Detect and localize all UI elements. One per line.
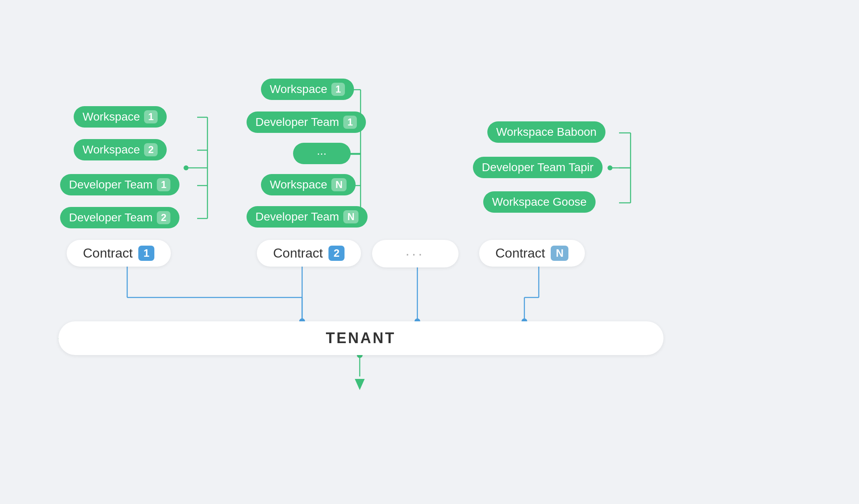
svg-point-20 (608, 165, 612, 170)
tenant-pill: TENANT (58, 321, 663, 355)
c2-ellipsis: ··· (293, 143, 351, 164)
c2-devteam-n: Developer Team N (247, 206, 368, 228)
c1-devteam-1: Developer Team 1 (60, 174, 180, 195)
contract-n-pill: Contract N (479, 240, 585, 267)
c2-workspace-n: Workspace N (261, 174, 356, 195)
cn-workspace-baboon: Workspace Baboon (487, 121, 606, 143)
contract-ellipsis-pill: ··· (372, 240, 459, 267)
c1-workspace-1: Workspace 1 (74, 106, 167, 128)
c1-workspace-2: Workspace 2 (74, 139, 167, 160)
c1-devteam-2: Developer Team 2 (60, 207, 180, 228)
diagram-container: Workspace 1 Workspace 2 Developer Team 1… (39, 26, 821, 478)
c2-devteam-1: Developer Team 1 (247, 111, 366, 133)
cn-devteam-tapir: Developer Team Tapir (473, 157, 603, 178)
c2-workspace-1: Workspace 1 (261, 79, 354, 100)
contract-2-pill: Contract 2 (257, 240, 361, 267)
cn-workspace-goose: Workspace Goose (483, 191, 596, 213)
svg-point-6 (184, 165, 189, 170)
svg-marker-35 (355, 379, 365, 390)
contract-1-pill: Contract 1 (67, 240, 171, 267)
